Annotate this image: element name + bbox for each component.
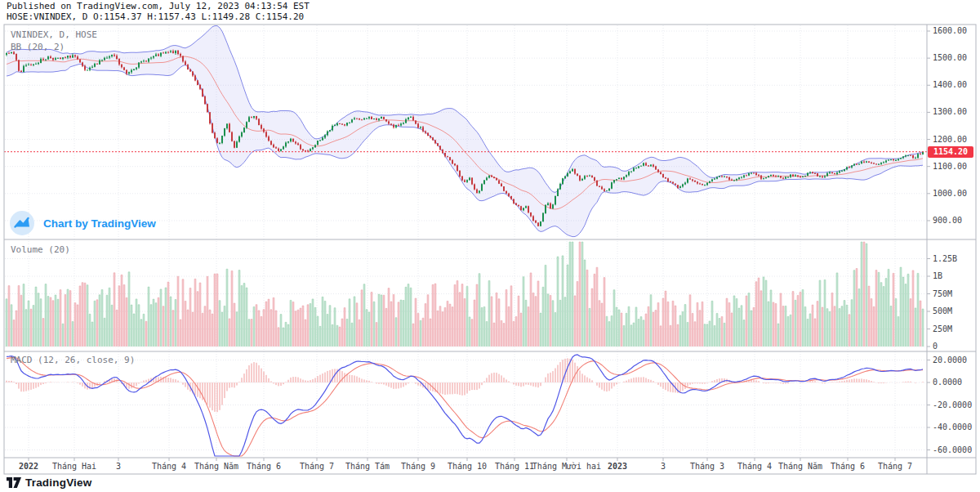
chart-canvas[interactable]: 1600.001500.001400.001300.001200.001100.… [0, 0, 980, 492]
axis-label: Tháng Năm [194, 462, 238, 471]
tradingview-logo-icon [8, 209, 36, 237]
axis-label: 1500.00 [933, 53, 967, 62]
axis-label: 2022 [19, 462, 38, 471]
axis-label: 1B [933, 271, 942, 280]
axis-label: 2023 [608, 462, 627, 471]
axis-label: 3 [116, 462, 121, 471]
axis-label: 250M [933, 324, 952, 333]
axis-label: Tháng 4 [152, 462, 186, 471]
bollinger-band [7, 26, 923, 237]
axis-label: Tháng 3 [690, 462, 724, 471]
tradingview-brand-icon [7, 476, 21, 489]
macd-legend: MACD (12, 26, close, 9) [11, 355, 135, 365]
watermark-label: Chart by TradingView [43, 217, 156, 230]
axis-label: 3 [661, 462, 666, 471]
tradingview-watermark[interactable]: Chart by TradingView [8, 209, 156, 237]
axis-label: 1100.00 [933, 162, 967, 171]
axis-label: Tháng Hai [52, 462, 96, 471]
axis-label: 0.0000 [933, 378, 962, 387]
axis-label: Tháng 10 [448, 462, 487, 471]
axis-label: -20.0000 [933, 400, 972, 409]
axis-label: Tháng 11 [495, 462, 534, 471]
volume-series [6, 242, 924, 347]
axis-label: Tháng 6 [247, 462, 281, 471]
axis-label: 1200.00 [933, 135, 967, 144]
axis-label: Tháng 6 [831, 462, 865, 471]
axis-label: 1300.00 [933, 107, 967, 116]
axis-label: Tháng 7 [300, 462, 334, 471]
panel-frame [4, 25, 976, 474]
brand-label: TradingView [25, 476, 91, 489]
time-axis[interactable]: 2022Tháng Hai3Tháng 4Tháng NămTháng 6Thá… [19, 462, 912, 471]
axis-label: -40.0000 [933, 423, 972, 432]
axis-label: 1400.00 [933, 80, 967, 89]
axis-label: 1.25B [933, 254, 957, 263]
axis-label: 1000.00 [933, 189, 967, 198]
axis-label: 0 [933, 342, 938, 351]
price-panel-legend-symbol: VNINDEX, D, HOSE [11, 29, 97, 40]
grid-lines [5, 25, 926, 457]
axis-label: 1600.00 [933, 26, 967, 35]
axis-label: Tháng 4 [737, 462, 772, 471]
volume-legend: Volume (20) [11, 244, 70, 255]
tradingview-brand[interactable]: TradingView [7, 476, 91, 489]
axis-label: 500M [933, 306, 952, 315]
bollinger-band-legend: BB (20, 2) [11, 42, 65, 52]
axis-label: Tháng 7 [878, 462, 912, 471]
macd-series [7, 355, 923, 456]
axis-label: 900.00 [933, 216, 962, 225]
axis-label: Tháng 9 [401, 462, 435, 471]
last-price-label: 1154.20 [928, 146, 973, 158]
axis-label: Tháng Năm [778, 462, 822, 471]
axis-label: Tháng Tám [345, 462, 390, 471]
axis-label: 20.0000 [933, 356, 967, 365]
price-axis[interactable]: 1600.001500.001400.001300.001200.001100.… [933, 26, 972, 454]
axis-label: 750M [933, 289, 952, 298]
axis-label: Tháng Mười hai [532, 462, 601, 471]
axis-label: -60.0000 [933, 445, 972, 454]
